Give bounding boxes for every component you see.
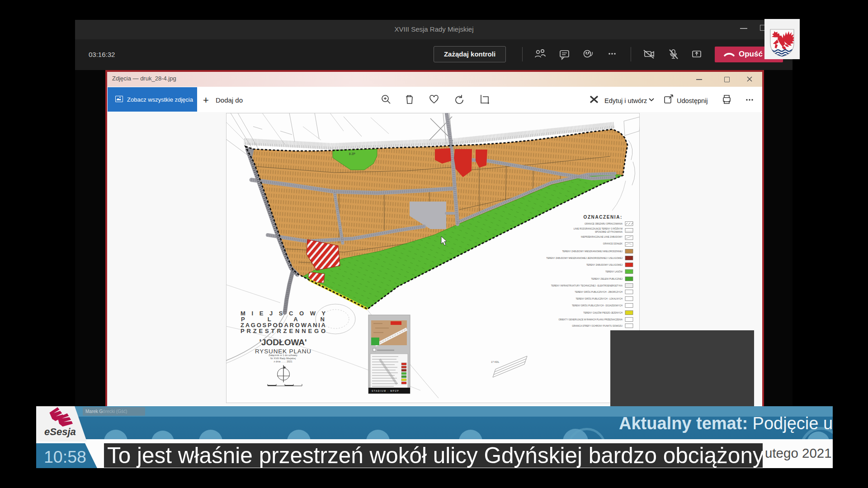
svg-text:NIEPRZEKRACZALNE LINIE ZABUDOW: NIEPRZEKRACZALNE LINIE ZABUDOWY xyxy=(581,236,623,238)
svg-text:GRANICA STREFY OCHRONY PUNKTU: GRANICA STREFY OCHRONY PUNKTU DOWOZU xyxy=(572,325,623,327)
svg-text:TERENY ZIELENI PUBLICZNEJ: TERENY ZIELENI PUBLICZNEJ xyxy=(591,278,623,280)
svg-text:TERENY DRÓG PUBLICZNYCH - ZBIO: TERENY DRÓG PUBLICZNYCH - ZBIORCZYCH xyxy=(575,291,623,293)
svg-text:TERENY INFRASTRUKTURY TECHNICZ: TERENY INFRASTRUKTURY TECHNICZNEJ - ELEK… xyxy=(551,285,623,287)
svg-text:OBIEKTY GENERUJĄCE W RAMACH PL: OBIEKTY GENERUJĄCE W RAMACH PLANU PRZEZN… xyxy=(559,319,623,321)
svg-text:TERENY CIĄGÓW PIESZO-JEZDNYCH: TERENY CIĄGÓW PIESZO-JEZDNYCH xyxy=(583,311,623,314)
svg-text:eSesja: eSesja xyxy=(44,426,76,437)
svg-text:OZNACZENIA:: OZNACZENIA: xyxy=(584,215,623,220)
svg-text:z dnia …… 2021: z dnia …… 2021 xyxy=(274,360,292,363)
svg-text:TERENY ZABUDOWY MIESZKANIOWEJ: TERENY ZABUDOWY MIESZKANIOWEJ WIELORODZI… xyxy=(562,250,623,253)
svg-text:Załącznik nr 1 do uchwały: Załącznik nr 1 do uchwały xyxy=(269,354,297,357)
svg-text:TERENY DRÓG PUBLICZNYCH - LOKA: TERENY DRÓG PUBLICZNYCH - LOKALNYCH xyxy=(576,297,623,300)
svg-text:8 ZP: 8 ZP xyxy=(349,152,355,155)
svg-text:TERENY ZABUDOWY USŁUGOWEJ: TERENY ZABUDOWY USŁUGOWEJ xyxy=(586,264,623,266)
svg-text:GRANICE OBSZARU OPRACOWANIA: GRANICE OBSZARU OPRACOWANIA xyxy=(585,223,623,225)
svg-text:Nr XVIII Rady Miejskiej: Nr XVIII Rady Miejskiej xyxy=(270,357,296,360)
svg-text:17 KDL: 17 KDL xyxy=(491,361,499,363)
svg-text:SPOSOBIE UŻYTKOWANIA: SPOSOBIE UŻYTKOWANIA xyxy=(595,230,623,233)
svg-text:TERENY ZABUDOWY MIESZKANIOWEJ: TERENY ZABUDOWY MIESZKANIOWEJ JEDNORODZI… xyxy=(546,257,623,259)
svg-text:TERENY DRÓG PUBLICZNYCH - DOJA: TERENY DRÓG PUBLICZNYCH - DOJAZDOWYCH xyxy=(572,304,623,307)
svg-text:STADIUM : MPZP: STADIUM : MPZP xyxy=(372,389,399,392)
svg-text:GRANICE DZIAŁEK: GRANICE DZIAŁEK xyxy=(603,243,623,245)
svg-text:'JODŁOWA': 'JODŁOWA' xyxy=(259,338,307,347)
svg-text:LINIE ROZGRANICZAJĄCE TERENY O: LINIE ROZGRANICZAJĄCE TERENY O RÓŻNYM xyxy=(574,227,623,230)
svg-text:TERENY LASÓW: TERENY LASÓW xyxy=(605,270,623,273)
